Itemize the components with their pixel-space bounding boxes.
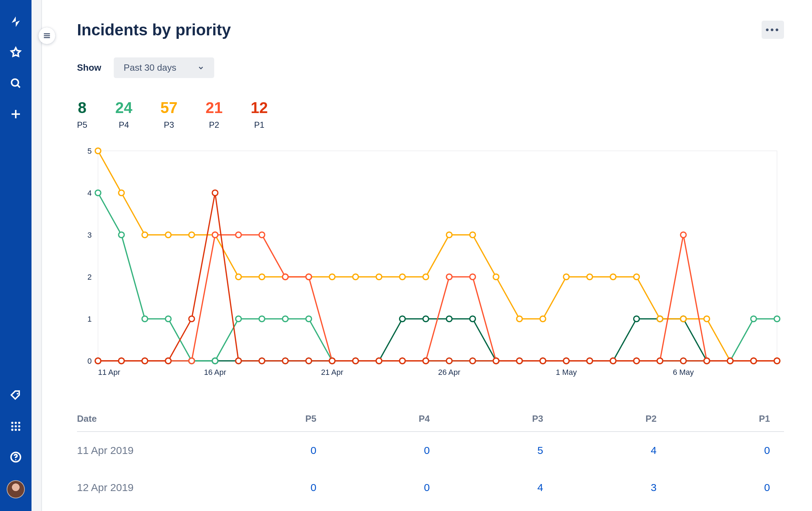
svg-text:16 Apr: 16 Apr: [204, 368, 226, 377]
svg-point-6: [15, 422, 17, 424]
search-icon[interactable]: [8, 76, 23, 91]
point: [470, 232, 475, 238]
line-chart-svg: 01234511 Apr16 Apr21 Apr26 Apr1 May6 May: [77, 144, 784, 389]
point: [564, 274, 569, 280]
point: [142, 316, 148, 322]
point: [517, 316, 522, 322]
th-p5: P5: [217, 413, 330, 424]
incidents-chart: 01234511 Apr16 Apr21 Apr26 Apr1 May6 May: [77, 144, 784, 389]
td-value: 4: [444, 482, 557, 493]
td-value: 0: [330, 444, 444, 456]
td-value: 0: [330, 482, 444, 493]
th-p4: P4: [330, 413, 444, 424]
point: [353, 358, 358, 364]
point: [400, 316, 405, 322]
svg-text:4: 4: [88, 189, 92, 197]
point: [95, 358, 101, 364]
point: [212, 190, 218, 196]
date-range-select[interactable]: Past 30 days: [114, 57, 214, 78]
svg-text:26 Apr: 26 Apr: [438, 368, 461, 377]
point: [400, 358, 405, 364]
point: [119, 232, 124, 238]
point: [353, 274, 358, 280]
point: [400, 274, 405, 280]
point: [423, 358, 429, 364]
main-content: Incidents by priority ••• Show Past 30 d…: [42, 0, 812, 511]
avatar[interactable]: [7, 480, 25, 498]
td-value: 3: [557, 482, 671, 493]
svg-text:1 May: 1 May: [556, 368, 577, 377]
stat-value: 21: [205, 99, 223, 117]
point: [774, 316, 780, 322]
point: [610, 358, 616, 364]
td-date: 12 Apr 2019: [77, 482, 217, 493]
stat-p4: 24P4: [115, 99, 132, 130]
stat-label: P5: [77, 120, 87, 130]
stat-p5: 8P5: [77, 99, 87, 130]
svg-point-9: [15, 425, 17, 427]
td-value: 0: [671, 444, 784, 456]
point: [142, 232, 148, 238]
point: [306, 358, 312, 364]
point: [587, 274, 593, 280]
point: [259, 274, 265, 280]
stat-value: 57: [160, 99, 177, 117]
point: [634, 358, 639, 364]
point: [259, 316, 265, 322]
point: [166, 316, 171, 322]
series-p5: [98, 319, 777, 361]
logo-icon[interactable]: [8, 14, 23, 29]
point: [376, 274, 382, 280]
point: [189, 232, 195, 238]
svg-text:2: 2: [88, 273, 92, 281]
svg-text:3: 3: [88, 231, 92, 239]
point: [704, 358, 709, 364]
point: [634, 316, 639, 322]
point: [680, 358, 686, 364]
point: [610, 274, 616, 280]
svg-point-10: [18, 425, 20, 427]
plus-icon[interactable]: [8, 106, 23, 122]
svg-point-15: [15, 459, 16, 461]
point: [282, 358, 288, 364]
point: [142, 358, 148, 364]
svg-point-12: [15, 429, 17, 431]
svg-point-11: [11, 429, 13, 431]
point: [587, 358, 593, 364]
svg-point-13: [18, 429, 20, 431]
table-header: DateP5P4P3P2P1: [77, 413, 784, 432]
point: [236, 316, 241, 322]
point: [727, 358, 733, 364]
td-value: 0: [671, 482, 784, 493]
point: [704, 316, 709, 322]
td-value: 0: [217, 444, 330, 456]
td-value: 4: [557, 444, 671, 456]
point: [236, 358, 241, 364]
th-p1: P1: [671, 413, 784, 424]
point: [329, 274, 335, 280]
more-actions-button[interactable]: •••: [762, 21, 784, 39]
point: [423, 316, 429, 322]
date-range-value: Past 30 days: [124, 62, 176, 73]
svg-text:6 May: 6 May: [673, 368, 694, 377]
stat-value: 12: [251, 99, 268, 117]
svg-point-0: [12, 79, 19, 86]
point: [657, 316, 663, 322]
tag-icon[interactable]: [8, 388, 23, 403]
point: [282, 316, 288, 322]
point: [540, 316, 546, 322]
star-icon[interactable]: [8, 45, 23, 60]
stat-value: 8: [78, 99, 86, 117]
point: [119, 358, 124, 364]
point: [95, 148, 101, 154]
point: [306, 316, 312, 322]
point: [329, 358, 335, 364]
point: [446, 358, 452, 364]
apps-icon[interactable]: [8, 419, 23, 434]
point: [446, 232, 452, 238]
svg-point-5: [11, 422, 13, 424]
point: [517, 358, 522, 364]
stat-value: 24: [115, 99, 132, 117]
point: [423, 274, 429, 280]
help-icon[interactable]: [8, 449, 23, 465]
